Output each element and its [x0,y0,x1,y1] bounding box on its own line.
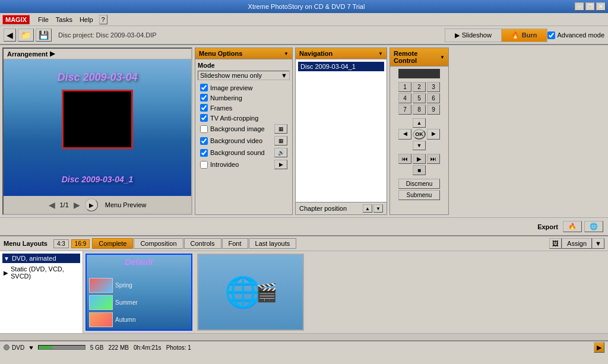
remote-up-btn[interactable]: ▲ [413,118,426,128]
advanced-mode-check[interactable] [547,31,555,39]
remote-stop-btn[interactable]: ■ [413,165,426,175]
thumb-img-autumn [89,312,113,327]
status-dvd-indicator [4,344,10,350]
ratio-16-9-btn[interactable]: 16:9 [71,239,90,248]
tab-slideshow[interactable]: ▶ Slideshow [445,29,501,42]
thumb-label-summer: Summer [115,299,138,306]
nav-tree-item-0[interactable]: Disc 2009-03-04_1 [298,62,384,71]
nav-up-btn[interactable]: ▲ [363,204,372,213]
remote-btn-2[interactable]: 2 [413,82,426,92]
assign-dropdown-btn[interactable]: ▼ [592,238,604,249]
tab-composition[interactable]: Composition [134,238,183,249]
remote-right-btn[interactable]: ▶ [427,129,440,140]
horizontal-scrollbar[interactable] [0,333,608,340]
tv-anti-check[interactable] [200,114,208,122]
bg-image-btn[interactable]: ▦ [274,124,287,134]
remote-left-btn[interactable]: ◀ [398,129,411,140]
remote-transport: ⏮ ▶ ⏭ ■ [398,154,440,175]
remote-down-btn[interactable]: ▼ [413,141,426,150]
tab-complete[interactable]: Complete [92,238,133,249]
slideshow-tab-label: Slideshow [462,31,492,39]
right-panels: Menu Options ▼ Mode Slideshow menu only … [195,48,606,215]
layout-thumbnails: Default Spring Summer Autumn [83,251,608,333]
assign-button[interactable]: Assign [562,238,592,249]
export-web-btn[interactable]: 🌐 [584,221,603,232]
introvideo-check[interactable] [200,161,208,169]
bg-sound-check[interactable] [200,149,208,157]
menu-options-dropdown-icon[interactable]: ▼ [284,51,289,56]
mode-select[interactable]: Slideshow menu only ▼ [198,71,290,80]
menu-file[interactable]: File [34,15,52,24]
tab-last-layouts[interactable]: Last layouts [249,238,297,249]
remote-btn-5[interactable]: 5 [413,93,426,103]
help-icon[interactable]: ? [99,15,107,24]
scroll-right-btn[interactable]: ▶ [594,342,604,353]
tab-burn[interactable]: 🔥 Burn [501,29,547,42]
close-button[interactable]: ✕ [596,2,606,11]
menu-tasks[interactable]: Tasks [52,15,76,24]
remote-btn-8[interactable]: 8 [413,105,426,115]
remote-play-btn[interactable]: ▶ [413,154,426,164]
remote-menu-btns: Discmenu Submenu [398,179,440,200]
tree-item-dvd-animated[interactable]: ▼ DVD, animated [2,254,80,263]
nav-down-btn[interactable]: ▼ [373,204,383,213]
submenu-button[interactable]: Submenu [398,190,440,200]
remote-prev-btn[interactable]: ⏮ [398,154,411,164]
navigation-panel: Navigation ▼ Disc 2009-03-04_1 Chapter p… [295,48,387,215]
nav-tabs: ▶ Slideshow 🔥 Burn [445,29,547,42]
bg-image-check[interactable] [200,125,208,133]
remote-btn-7[interactable]: 7 [398,105,411,115]
status-dvd: DVD [4,344,24,351]
mode-value: Slideshow menu only [200,72,262,79]
tree-expand-icon-0: ▼ [4,255,10,262]
frames-check[interactable] [200,104,208,112]
thumb-items: Spring Summer Autumn [89,278,189,327]
bg-video-btn[interactable]: ▦ [274,136,287,145]
remote-btn-4[interactable]: 4 [398,93,411,103]
export-burn-btn[interactable]: 🔥 [563,221,582,232]
thumb-default[interactable]: Default Spring Summer Autumn [86,254,192,331]
navigation-dropdown-icon[interactable]: ▼ [378,51,383,56]
remote-btn-3[interactable]: 3 [427,82,440,92]
remote-ok-btn[interactable]: OK [413,129,426,140]
remote-dpad: ▲ ◀ OK ▶ ▼ [398,118,440,150]
tab-controls[interactable]: Controls [184,238,221,249]
restore-button[interactable]: ❐ [585,2,595,11]
remote-dropdown-icon[interactable]: ▼ [440,55,445,60]
toolbar-back-btn[interactable]: ◀ [4,29,16,42]
burn-tab-label: Burn [522,31,537,39]
image-preview-check[interactable] [200,84,208,91]
ratio-4-3-btn[interactable]: 4:3 [53,239,69,248]
title-bar: Xtreme PhotoStory on CD & DVD 7 Trial ─ … [0,0,608,13]
remote-btn-1[interactable]: 1 [398,82,411,92]
export-label: Export [537,223,558,230]
advanced-mode-checkbox[interactable]: Advanced mode [547,31,605,39]
toolbar-folder-btn[interactable]: 📁 [18,29,34,42]
remote-btn-6[interactable]: 6 [427,93,440,103]
checkbox-image-preview: Image preview [198,83,290,93]
menu-help[interactable]: Help [76,15,97,24]
thumb-default-preview: Default Spring Summer Autumn [87,255,191,330]
numbering-check[interactable] [200,94,208,102]
export-burn-icon: 🔥 [568,223,577,230]
minimize-button[interactable]: ─ [575,2,584,11]
remote-control-panel: Remote Control ▼ 1 2 3 4 5 6 7 8 9 [390,48,449,215]
toolbar: ◀ 📁 💾 Disc project: Disc 2009-03-04.DIP … [0,26,608,45]
introvideo-row: Introvideo ▶ [198,159,290,170]
next-arrow-icon[interactable]: ▶ [74,200,80,210]
remote-next-btn[interactable]: ⏭ [427,154,440,164]
play-button[interactable]: ▶ [85,198,98,211]
prev-arrow-icon[interactable]: ◀ [49,200,55,210]
discmenu-button[interactable]: Discmenu [398,179,440,189]
bg-video-check[interactable] [200,137,208,145]
bg-sound-btn[interactable]: 🔊 [274,148,287,157]
checkbox-frames: Frames [198,103,290,113]
introvideo-btn[interactable]: ▶ [274,160,287,169]
tree-item-static[interactable]: ▶ Static (DVD, VCD, SVCD) [2,263,80,281]
remote-btn-9[interactable]: 9 [427,105,440,115]
tab-font[interactable]: Font [222,238,248,249]
thumb-globe[interactable]: 🌐 🎬 [197,254,304,331]
chapter-position-label: Chapter position [299,205,347,212]
toolbar-save-btn[interactable]: 💾 [36,29,52,42]
navigation-tree: Disc 2009-03-04_1 [296,59,387,202]
